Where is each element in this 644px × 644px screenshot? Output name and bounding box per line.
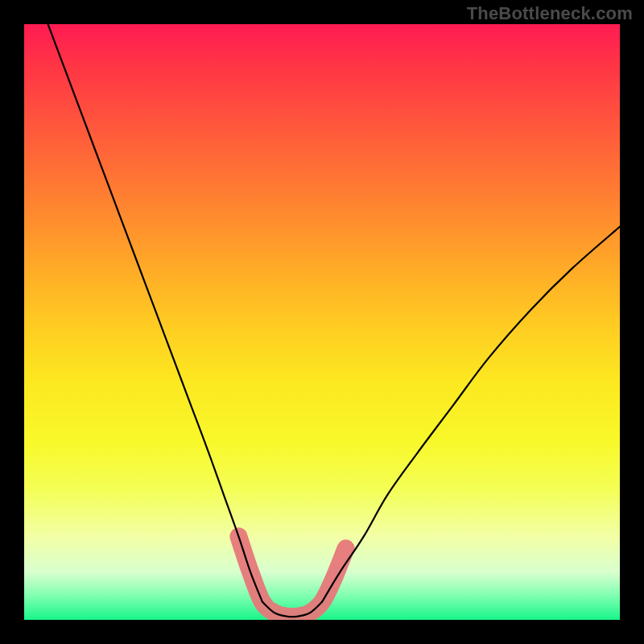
- curve-right-branch: [322, 227, 620, 602]
- valley-highlight: [238, 536, 345, 617]
- chart-frame: TheBottleneck.com: [0, 0, 644, 644]
- watermark-text: TheBottleneck.com: [467, 3, 633, 24]
- curve-layer: [24, 24, 620, 620]
- plot-area: [24, 24, 620, 620]
- curve-left-branch: [48, 24, 262, 602]
